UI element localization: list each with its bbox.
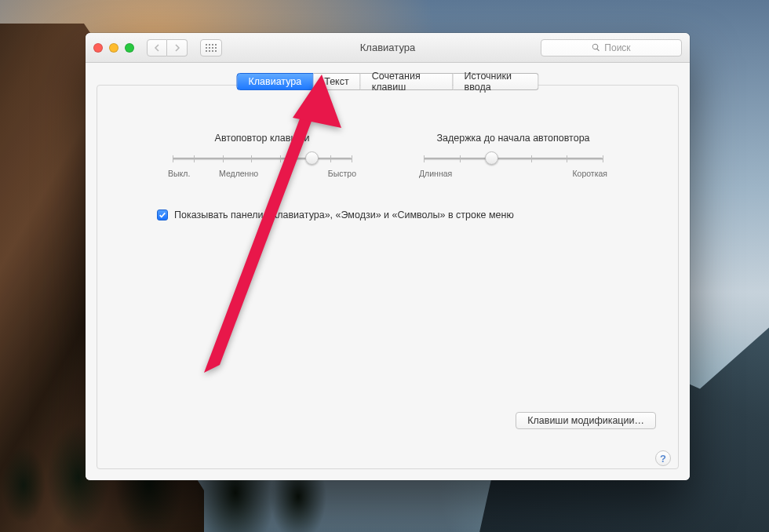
titlebar: Клавиатура Поиск xyxy=(86,33,690,63)
grid-icon xyxy=(206,44,217,52)
window-controls xyxy=(93,43,134,53)
nav-back-button[interactable] xyxy=(147,39,167,56)
delay-slider[interactable] xyxy=(424,151,603,166)
key-repeat-slider[interactable] xyxy=(173,151,352,166)
tab-shortcuts[interactable]: Сочетания клавиш xyxy=(361,73,454,90)
show-viewers-checkbox[interactable] xyxy=(157,210,168,220)
tab-label: Сочетания клавиш xyxy=(372,71,442,93)
tab-sources[interactable]: Источники ввода xyxy=(454,73,539,90)
modifier-keys-button[interactable]: Клавиши модификации… xyxy=(516,412,656,429)
nav-forward-button[interactable] xyxy=(167,39,188,56)
minimize-window-button[interactable] xyxy=(109,43,118,53)
tab-keyboard[interactable]: Клавиатура xyxy=(237,73,314,90)
show-viewers-checkbox-row: Показывать панели «Клавиатура», «Эмодзи»… xyxy=(157,210,647,220)
content-area: Клавиатура Текст Сочетания клавиш Источн… xyxy=(86,63,690,480)
slider-knob[interactable] xyxy=(305,151,319,165)
key-repeat-group: Автоповтор клавиши Выкл. Медленно Быстро xyxy=(168,133,356,178)
nav-back-forward xyxy=(147,39,188,56)
check-icon xyxy=(159,211,166,219)
preferences-window: Клавиатура Поиск Клавиатура Текст Сочета… xyxy=(86,33,690,480)
scale-slow: Медленно xyxy=(219,169,258,178)
scale-long: Длинная xyxy=(419,169,452,178)
close-window-button[interactable] xyxy=(93,43,103,53)
show-viewers-label: Показывать панели «Клавиатура», «Эмодзи»… xyxy=(174,210,514,220)
help-icon: ? xyxy=(660,453,666,465)
search-placeholder: Поиск xyxy=(604,42,630,53)
show-all-button[interactable] xyxy=(200,39,222,56)
panel: Автоповтор клавиши Выкл. Медленно Быстро xyxy=(97,85,679,469)
scale-fast: Быстро xyxy=(328,169,356,178)
slider-knob[interactable] xyxy=(485,151,498,165)
modifier-keys-label: Клавиши модификации… xyxy=(527,415,644,426)
scale-short: Короткая xyxy=(572,169,607,178)
tab-label: Клавиатура xyxy=(249,76,302,87)
tab-bar: Клавиатура Текст Сочетания клавиш Источн… xyxy=(237,73,539,90)
tab-label: Источники ввода xyxy=(465,71,527,93)
key-repeat-label: Автоповтор клавиши xyxy=(168,133,356,144)
search-icon xyxy=(592,43,600,52)
tab-text[interactable]: Текст xyxy=(313,73,360,90)
zoom-window-button[interactable] xyxy=(125,43,134,53)
delay-label: Задержка до начала автоповтора xyxy=(419,133,607,144)
delay-group: Задержка до начала автоповтора Длинная К… xyxy=(419,133,607,178)
scale-off: Выкл. xyxy=(168,169,190,178)
search-input[interactable]: Поиск xyxy=(541,39,682,56)
tab-label: Текст xyxy=(324,76,348,87)
help-button[interactable]: ? xyxy=(655,450,671,466)
